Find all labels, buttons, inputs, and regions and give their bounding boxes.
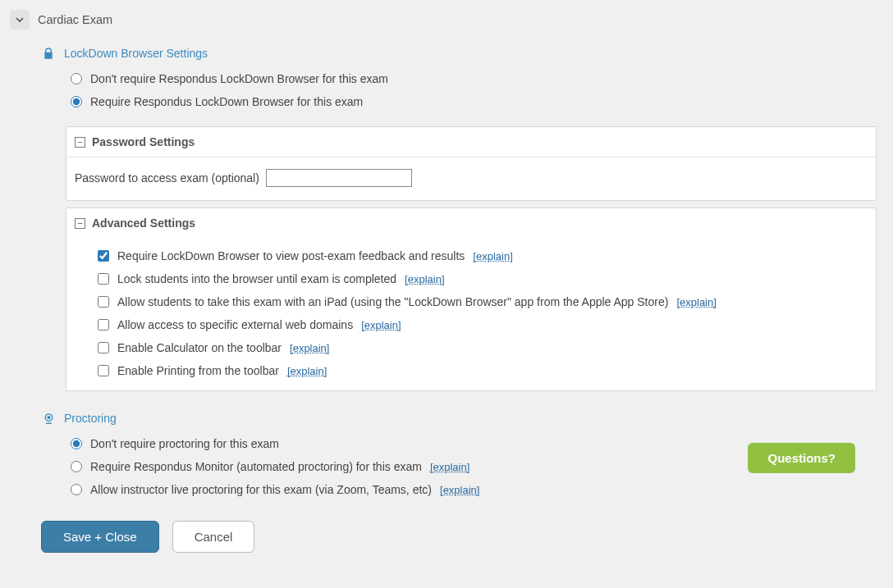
proc-radio-label-1[interactable]: Require Respondus Monitor (automated pro… (90, 460, 422, 473)
lock-icon (41, 46, 56, 61)
lockdown-section-label: LockDown Browser Settings (64, 47, 208, 60)
webcam-icon (41, 411, 56, 426)
adv-check-4[interactable] (98, 342, 109, 353)
proc-explain-1[interactable]: explain (430, 461, 469, 473)
exam-title: Cardiac Exam (38, 13, 112, 26)
adv-explain-1[interactable]: explain (405, 273, 444, 285)
radio-not-require-ldb-label[interactable]: Don't require Respondus LockDown Browser… (90, 72, 388, 85)
proc-explain-2[interactable]: explain (440, 484, 479, 496)
adv-check-label-4: Enable Calculator on the toolbar (117, 341, 282, 354)
proc-radio-1[interactable] (71, 461, 82, 472)
adv-explain-4[interactable]: explain (290, 342, 329, 354)
adv-check-0[interactable] (98, 250, 109, 262)
save-close-button[interactable]: Save + Close (41, 521, 159, 553)
adv-check-label-1: Lock students into the browser until exa… (117, 272, 396, 285)
proc-radio-label-2[interactable]: Allow instructor live proctoring for thi… (90, 483, 432, 496)
questions-button[interactable]: Questions? (748, 443, 855, 473)
password-panel-title: Password Settings (92, 135, 195, 148)
adv-explain-5[interactable]: explain (287, 365, 327, 377)
proctoring-section-label: Proctoring (64, 412, 117, 425)
password-label: Password to access exam (optional) (75, 171, 259, 185)
radio-require-ldb[interactable] (71, 96, 82, 107)
password-input[interactable] (266, 169, 412, 187)
adv-check-1[interactable] (98, 273, 109, 285)
adv-check-label-2: Allow students to take this exam with an… (117, 295, 668, 308)
radio-require-ldb-label[interactable]: Require Respondus LockDown Browser for t… (90, 95, 363, 108)
cancel-button[interactable]: Cancel (172, 521, 255, 553)
chevron-down-icon (15, 15, 25, 25)
adv-explain-2[interactable]: explain (676, 296, 716, 308)
adv-check-5[interactable] (98, 365, 109, 376)
proc-radio-2[interactable] (71, 484, 82, 495)
proc-radio-label-0[interactable]: Don't require proctoring for this exam (90, 437, 279, 450)
advanced-panel-title: Advanced Settings (92, 217, 195, 230)
svg-point-1 (48, 416, 50, 418)
adv-check-3[interactable] (98, 319, 109, 330)
adv-explain-0[interactable]: explain (473, 250, 512, 262)
collapse-advanced-panel[interactable]: − (75, 218, 85, 229)
collapse-toggle[interactable] (10, 10, 30, 30)
collapse-password-panel[interactable]: − (75, 137, 85, 148)
adv-explain-3[interactable]: explain (361, 319, 401, 331)
adv-check-label-3: Allow access to specific external web do… (117, 318, 353, 331)
adv-check-label-5: Enable Printing from the toolbar (117, 364, 279, 377)
adv-check-2[interactable] (98, 296, 109, 308)
radio-not-require-ldb[interactable] (71, 73, 82, 84)
proc-radio-0[interactable] (71, 438, 82, 449)
adv-check-label-0: Require LockDown Browser to view post-ex… (117, 249, 465, 262)
